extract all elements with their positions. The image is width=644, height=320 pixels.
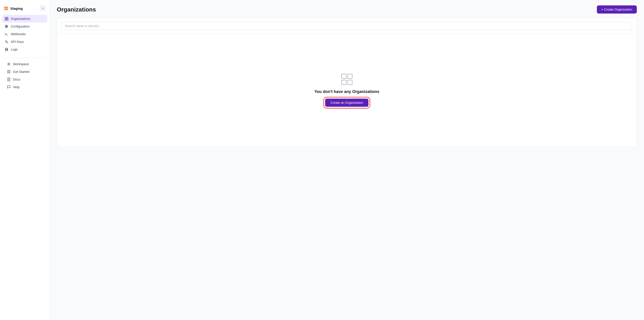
sidebar-item-webhooks[interactable]: Webhooks — [2, 30, 47, 38]
svg-point-18 — [6, 50, 8, 51]
sidebar-item-configuration[interactable]: Configuration — [2, 23, 47, 30]
database-icon — [4, 47, 8, 52]
empty-state-icon — [342, 74, 352, 85]
sidebar-item-label: Organizations — [11, 17, 30, 21]
empty-state: You don't have any Organizations Create … — [57, 34, 636, 147]
key-icon — [4, 40, 8, 44]
organizations-grid-icon — [342, 74, 352, 85]
sidebar-header: Staging ▾ — [0, 4, 50, 15]
grid-cell-1 — [342, 74, 346, 79]
page-header: Organizations + Create Organization — [50, 0, 644, 18]
sidebar-item-help[interactable]: Help — [4, 83, 45, 91]
svg-rect-5 — [5, 17, 6, 19]
sidebar-item-organizations[interactable]: Organizations — [2, 15, 47, 23]
sliders-icon — [4, 24, 8, 29]
organizations-panel: You don't have any Organizations Create … — [57, 18, 637, 147]
svg-rect-2 — [6, 7, 8, 8]
nav-section-main: Organizations Configuration — [2, 15, 47, 53]
sidebar-item-label: API Keys — [11, 40, 24, 44]
sidebar-item-label: Logs — [11, 48, 18, 51]
sidebar-item-get-started[interactable]: Get Started — [4, 68, 45, 76]
create-organization-empty-button[interactable]: Create an Organization — [325, 99, 369, 107]
svg-rect-7 — [5, 19, 6, 20]
sidebar-item-workspace[interactable]: Workspace — [4, 60, 45, 68]
svg-point-19 — [8, 64, 10, 65]
sidebar-item-label: Help — [13, 85, 20, 89]
nav-divider — [2, 58, 47, 58]
sidebar-item-label: Configuration — [11, 25, 30, 28]
grid-cell-4 — [348, 80, 352, 85]
sidebar-item-label: Workspace — [13, 62, 29, 66]
svg-rect-8 — [7, 19, 8, 20]
sidebar-item-api-keys[interactable]: API Keys — [2, 38, 47, 46]
logo-icon — [4, 6, 8, 11]
search-row — [57, 18, 636, 34]
gear-icon — [7, 62, 11, 66]
sidebar-item-label: Webhooks — [11, 32, 26, 36]
sidebar: Staging ▾ Organizations — [0, 0, 50, 320]
create-organization-header-button[interactable]: + Create Organization — [597, 6, 637, 14]
main-content: Organizations + Create Organization You … — [50, 0, 644, 320]
chat-icon — [7, 85, 11, 89]
svg-rect-3 — [4, 9, 6, 10]
sidebar-item-label: Get Started — [13, 70, 29, 74]
grid-cell-3 — [342, 80, 346, 85]
book-icon — [7, 70, 11, 74]
terminal-icon — [4, 32, 8, 36]
svg-point-17 — [6, 48, 8, 49]
chevron-down-icon: ▾ — [42, 7, 44, 10]
page-title: Organizations — [57, 6, 96, 13]
search-input[interactable] — [62, 22, 632, 30]
svg-rect-6 — [7, 17, 8, 19]
grid-cell-2 — [348, 74, 352, 79]
svg-rect-0 — [4, 6, 8, 11]
create-org-btn-label: + Create Organization — [602, 8, 632, 11]
sidebar-item-logs[interactable]: Logs — [2, 46, 47, 53]
svg-rect-4 — [6, 9, 8, 10]
empty-state-title: You don't have any Organizations — [314, 89, 379, 94]
workspace-selector[interactable]: Staging — [4, 6, 23, 11]
sidebar-nav: Organizations Configuration — [0, 15, 50, 316]
doc-icon — [7, 77, 11, 82]
grid-icon — [4, 17, 8, 21]
svg-rect-1 — [4, 7, 6, 8]
workspace-name: Staging — [10, 7, 23, 10]
svg-point-14 — [6, 27, 6, 28]
svg-point-13 — [6, 26, 8, 27]
sidebar-item-label: Docs — [13, 78, 20, 81]
svg-point-12 — [6, 25, 6, 26]
create-org-btn-empty-label: Create an Organization — [330, 101, 363, 105]
sidebar-bottom-nav: Workspace Get Started — [2, 60, 47, 91]
content-area: You don't have any Organizations Create … — [50, 18, 644, 320]
workspace-dropdown-button[interactable]: ▾ — [40, 6, 46, 11]
sidebar-item-docs[interactable]: Docs — [4, 76, 45, 83]
